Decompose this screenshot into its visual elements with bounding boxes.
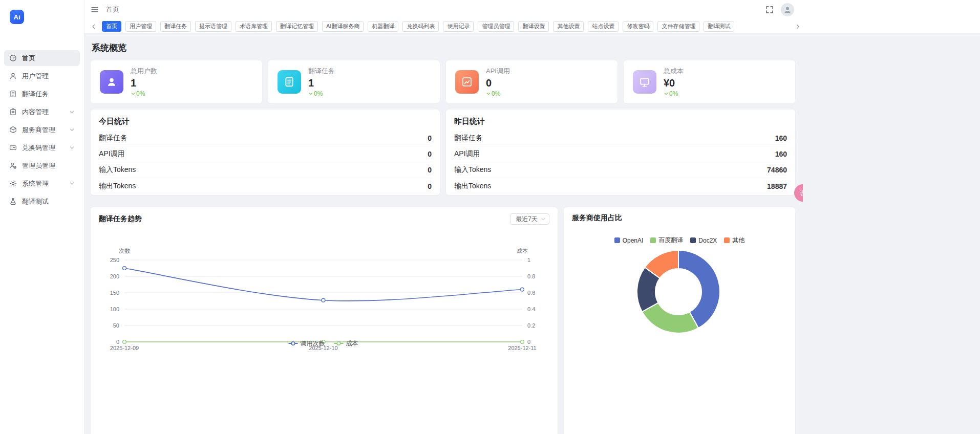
pie-legend-item-0[interactable]: OpenAI <box>614 237 644 244</box>
stat-row: 输入Tokens0 <box>99 162 432 178</box>
svg-text:2025-12-09: 2025-12-09 <box>110 345 139 351</box>
stat-row: 输出Tokens0 <box>99 178 432 194</box>
sidebar-item-1[interactable]: 用户管理 <box>4 68 80 84</box>
pie-legend-item-2[interactable]: Doc2X <box>690 237 717 244</box>
provider-pie-panel: 服务商使用占比 OpenAI百度翻译Doc2X其他 <box>564 207 795 434</box>
stat-row-label: 输出Tokens <box>99 182 136 191</box>
tab-1[interactable]: 用户管理 <box>125 21 156 32</box>
dashboard-icon <box>9 54 17 62</box>
tab-10[interactable]: 管理员管理 <box>478 21 514 32</box>
sidebar-item-7[interactable]: 系统管理 <box>4 176 80 191</box>
stat-row: API调用0 <box>99 146 432 162</box>
users-stat-icon <box>100 70 123 94</box>
stat-row-label: API调用 <box>454 149 480 159</box>
stat-card-value: ¥0 <box>664 77 684 89</box>
tabs-list: 首页用户管理翻译任务提示语管理术语库管理翻译记忆管理AI翻译服务商机器翻译兑换码… <box>102 21 734 32</box>
collapse-sidebar-icon[interactable] <box>91 6 99 14</box>
app-logo-icon[interactable]: Ai <box>10 10 24 24</box>
tab-15[interactable]: 文件存储管理 <box>657 21 699 32</box>
avatar[interactable] <box>781 3 794 16</box>
pie-legend-label: 其他 <box>732 236 744 245</box>
svg-text:调用次数: 调用次数 <box>300 340 325 347</box>
stat-card-trend-value: 0% <box>492 90 500 97</box>
tab-0[interactable]: 首页 <box>102 21 121 32</box>
yesterday-stats-panel: 昨日统计 翻译任务160API调用160输入Tokens74860输出Token… <box>446 110 795 195</box>
theme-settings-fab-circle: 设 <box>794 184 803 202</box>
sidebar-item-label: 翻译测试 <box>22 197 49 206</box>
sidebar-item-label: 翻译任务 <box>22 90 49 99</box>
stat-card-label: 总成本 <box>664 67 684 76</box>
document-icon <box>9 90 17 98</box>
tab-13[interactable]: 站点设置 <box>588 21 619 32</box>
tab-7[interactable]: 机器翻译 <box>368 21 398 32</box>
tab-2[interactable]: 翻译任务 <box>160 21 191 32</box>
pie-legend-item-1[interactable]: 百度翻译 <box>650 236 683 245</box>
cube-icon <box>9 126 17 134</box>
tab-11[interactable]: 翻译设置 <box>518 21 549 32</box>
stat-row-value: 0 <box>428 150 432 158</box>
stat-row: 输出Tokens18887 <box>454 178 787 194</box>
date-range-value: 最近7天 <box>516 215 538 224</box>
sidebar-item-label: 系统管理 <box>22 179 49 188</box>
yesterday-stats-title: 昨日统计 <box>454 117 787 126</box>
stat-row: 输入Tokens74860 <box>454 162 787 178</box>
tab-4[interactable]: 术语库管理 <box>236 21 272 32</box>
stat-card-trend-value: 0% <box>669 90 678 97</box>
sidebar-item-8[interactable]: 翻译测试 <box>4 193 80 209</box>
tab-6[interactable]: AI翻译服务商 <box>322 21 364 32</box>
sidebar-menu: 首页用户管理翻译任务内容管理服务商管理兑换码管理管理员管理系统管理翻译测试 <box>0 50 84 209</box>
pie-legend: OpenAI百度翻译Doc2X其他 <box>572 236 787 245</box>
fullscreen-icon[interactable] <box>765 6 774 14</box>
topbar: 首页 <box>84 0 980 19</box>
pie-legend-item-3[interactable]: 其他 <box>724 236 744 245</box>
svg-text:次数: 次数 <box>119 248 130 254</box>
sidebar-item-4[interactable]: 服务商管理 <box>4 122 80 138</box>
caret-down-icon <box>308 91 313 96</box>
main-content: 系统概览 总用户数10%翻译任务10%API调用00%总成本¥00% 今日统计 … <box>84 34 980 434</box>
app-root: Ai 首页用户管理翻译任务内容管理服务商管理兑换码管理管理员管理系统管理翻译测试… <box>0 0 980 434</box>
svg-text:0: 0 <box>527 339 530 345</box>
caret-down-icon <box>486 91 491 96</box>
tab-16[interactable]: 翻译测试 <box>704 21 734 32</box>
chevron-down-icon <box>69 181 75 186</box>
sidebar-item-3[interactable]: 内容管理 <box>4 104 80 120</box>
trend-chart-title: 翻译任务趋势 <box>99 214 142 224</box>
svg-text:100: 100 <box>110 306 119 312</box>
svg-text:0: 0 <box>116 339 119 345</box>
stat-row-value: 160 <box>775 150 787 158</box>
sidebar: Ai 首页用户管理翻译任务内容管理服务商管理兑换码管理管理员管理系统管理翻译测试 <box>0 0 84 434</box>
svg-text:0.8: 0.8 <box>527 273 535 279</box>
date-range-select[interactable]: 最近7天 <box>510 213 549 225</box>
tab-14[interactable]: 修改密码 <box>623 21 653 32</box>
stat-card-trend: 0% <box>486 90 510 97</box>
tabs-chevron-right-icon[interactable] <box>795 24 801 30</box>
today-stats-rows: 翻译任务0API调用0输入Tokens0输出Tokens0 <box>99 131 432 194</box>
provider-pie-title: 服务商使用占比 <box>572 213 787 223</box>
sidebar-item-6[interactable]: 管理员管理 <box>4 158 80 173</box>
stat-card-trend: 0% <box>308 90 335 97</box>
tabs-chevron-left-icon[interactable] <box>91 24 97 30</box>
stat-row-value: 74860 <box>767 166 787 174</box>
tab-12[interactable]: 其他设置 <box>553 21 584 32</box>
gear-icon <box>9 180 17 187</box>
caret-down-icon <box>131 91 136 96</box>
tab-9[interactable]: 使用记录 <box>443 21 474 32</box>
stat-card-value: 1 <box>131 77 157 89</box>
stat-card-2: API调用00% <box>446 60 617 103</box>
tab-3[interactable]: 提示语管理 <box>195 21 231 32</box>
stat-card-label: 翻译任务 <box>308 67 335 76</box>
stat-card-1: 翻译任务10% <box>268 60 440 103</box>
sidebar-item-2[interactable]: 翻译任务 <box>4 86 80 102</box>
stat-card-label: API调用 <box>486 67 510 76</box>
stat-row-value: 160 <box>775 134 787 142</box>
tab-5[interactable]: 翻译记忆管理 <box>276 21 318 32</box>
stat-card-label: 总用户数 <box>131 67 157 76</box>
stat-row-label: 输入Tokens <box>99 165 136 175</box>
sidebar-item-5[interactable]: 兑换码管理 <box>4 140 80 156</box>
sidebar-item-label: 用户管理 <box>22 72 49 81</box>
sidebar-item-0[interactable]: 首页 <box>4 50 80 66</box>
theme-settings-fab[interactable]: 设 <box>794 184 803 202</box>
stat-card-value: 0 <box>486 77 510 89</box>
tab-8[interactable]: 兑换码列表 <box>402 21 439 32</box>
stat-card-trend-value: 0% <box>314 90 323 97</box>
